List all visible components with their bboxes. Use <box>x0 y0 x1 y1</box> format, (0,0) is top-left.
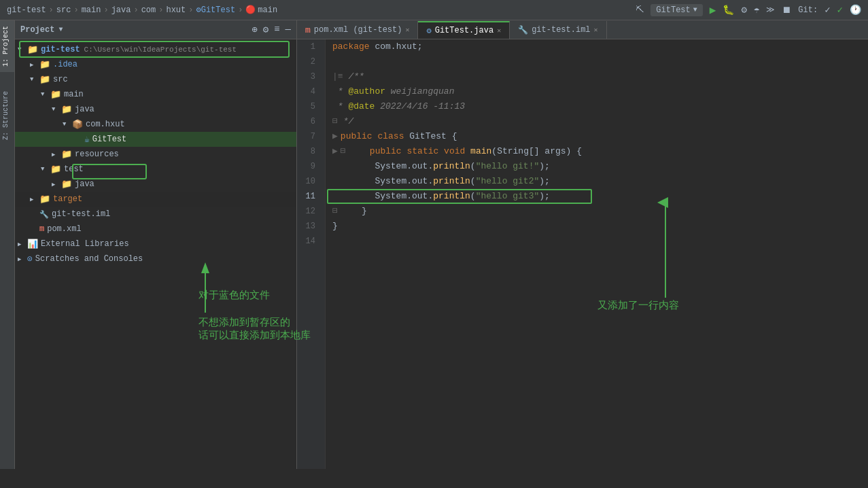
tab-iml-icon: 🔧 <box>518 25 528 35</box>
main-folder-icon: 📁 <box>50 89 61 100</box>
line-12: 12 <box>297 204 319 219</box>
git-check1[interactable]: ✓ <box>824 4 830 16</box>
breadcrumb-com[interactable]: com <box>141 5 156 15</box>
git-check2[interactable]: ✓ <box>837 4 843 16</box>
tree-scratches[interactable]: ▶ ⊙ Scratches and Consoles <box>15 251 296 266</box>
tab-structure[interactable]: Z: Structure <box>0 86 14 145</box>
tab-gittest[interactable]: ⚙ GitTest.java ✕ <box>418 21 510 39</box>
code-line-5: * @date 2022/4/16 -11:13 <box>332 99 868 114</box>
line-4: 4 <box>297 84 319 99</box>
debug-button[interactable]: 🐛 <box>723 4 734 16</box>
java-name: java <box>75 105 94 114</box>
tree-iml[interactable]: 🔧 git-test.iml <box>15 207 296 222</box>
tab-pom-close[interactable]: ✕ <box>405 26 409 34</box>
close-panel-icon[interactable]: — <box>285 24 291 35</box>
idea-name: .idea <box>53 60 77 69</box>
tree-java[interactable]: ▼ 📁 java <box>15 102 296 117</box>
breadcrumb-java[interactable]: java <box>111 5 131 15</box>
file-tree: ▼ 📁 git-test C:\Users\win\IdeaProjects\g… <box>15 39 296 469</box>
tree-root[interactable]: ▼ 📁 git-test C:\Users\win\IdeaProjects\g… <box>15 42 296 57</box>
code-line-7: ▶ public class GitTest { <box>332 129 868 144</box>
code-content[interactable]: package com.hxut; |≡ /** * @author weiji… <box>326 39 868 469</box>
testjava-arrow: ▶ <box>52 181 61 188</box>
editor-area: m pom.xml (git-test) ✕ ⚙ GitTest.java ✕ … <box>297 20 868 469</box>
gear-icon[interactable]: ⚙ <box>263 24 268 35</box>
add-icon[interactable]: ⊕ <box>251 24 257 35</box>
coverage-button[interactable]: ☂ <box>754 4 759 16</box>
tab-iml[interactable]: 🔧 git-test.iml ✕ <box>510 21 606 39</box>
src-arrow: ▼ <box>30 76 39 83</box>
root-path: C:\Users\win\IdeaProjects\git-test <box>84 46 237 54</box>
code-line-10: System.out.println("hello git2"); <box>332 174 868 189</box>
breadcrumb-main-name: main <box>258 5 277 15</box>
code-editor[interactable]: 1 2 3 4 5 6 7 8 9 10 11 12 13 14 package… <box>297 39 868 469</box>
tree-test-java[interactable]: ▶ 📁 java <box>15 177 296 192</box>
more-button[interactable]: ≫ <box>766 5 775 15</box>
resources-arrow: ▶ <box>52 151 61 158</box>
breadcrumb-gittest-name[interactable]: GitTest <box>201 5 235 15</box>
line-7: 7 <box>297 129 319 144</box>
tree-main[interactable]: ▼ 📁 main <box>15 87 296 102</box>
code-line-14 <box>332 234 868 249</box>
sep4: › <box>133 5 138 15</box>
tab-gittest-icon: ⚙ <box>426 26 431 36</box>
sep5: › <box>158 5 163 15</box>
src-name: src <box>53 75 68 84</box>
line-numbers: 1 2 3 4 5 6 7 8 9 10 11 12 13 14 <box>297 39 326 469</box>
code-line-9: System.out.println("hello git!"); <box>332 159 868 174</box>
code-line-1: package com.hxut; <box>332 39 868 54</box>
tab-pom[interactable]: m pom.xml (git-test) ✕ <box>297 21 418 39</box>
target-name: target <box>53 194 82 204</box>
gittest-icon: ☕ <box>84 134 90 145</box>
run-button[interactable]: ▶ <box>710 3 716 17</box>
project-label: Project <box>20 25 54 35</box>
code-line-2 <box>332 54 868 69</box>
tab-iml-close[interactable]: ✕ <box>594 26 598 34</box>
test-folder-icon: 📁 <box>50 164 61 175</box>
tree-pom[interactable]: m pom.xml <box>15 222 296 237</box>
tab-pom-icon: m <box>305 25 311 35</box>
tree-target[interactable]: ▶ 📁 target <box>15 192 296 207</box>
sep7: › <box>238 5 243 15</box>
stop-button[interactable]: ⏹ <box>782 5 791 16</box>
tree-comhxut[interactable]: ▼ 📦 com.hxut <box>15 117 296 132</box>
comhxut-arrow: ▼ <box>63 121 72 128</box>
profile-button[interactable]: ⚙ <box>741 4 746 16</box>
scratches-icon: ⊙ <box>27 254 33 264</box>
idea-folder-icon: 📁 <box>39 59 50 70</box>
settings-icon[interactable]: ≡ <box>274 24 279 35</box>
gittest-name: GitTest <box>92 135 126 144</box>
line-9: 9 <box>297 159 319 174</box>
tab-iml-label: git-test.iml <box>532 25 590 35</box>
sep2: › <box>73 5 78 15</box>
extlibs-icon: 📊 <box>27 239 38 249</box>
breadcrumb-hxut[interactable]: hxut <box>166 5 186 15</box>
tree-gittest[interactable]: ☕ GitTest <box>15 132 296 147</box>
tree-resources[interactable]: ▶ 📁 resources <box>15 147 296 162</box>
dropdown-arrow-icon[interactable]: ▼ <box>58 26 63 33</box>
tab-project[interactable]: 1: Project <box>0 20 14 72</box>
testjava-folder-icon: 📁 <box>61 179 72 190</box>
line-3: 3 <box>297 69 319 84</box>
package-icon: 📦 <box>72 119 83 130</box>
run-config-dropdown[interactable]: GitTest ▼ <box>650 4 702 16</box>
breadcrumb-src[interactable]: src <box>56 5 71 15</box>
resources-folder-icon: 📁 <box>61 149 72 160</box>
git-clock[interactable]: 🕐 <box>850 4 861 16</box>
line-8: 8 <box>297 144 319 159</box>
breadcrumb-gittest[interactable]: git-test <box>7 5 46 15</box>
sep1: › <box>49 5 54 15</box>
tree-test[interactable]: ▼ 📁 test <box>15 162 296 177</box>
code-line-13: } <box>332 219 868 234</box>
line-6: 6 <box>297 114 319 129</box>
code-line-4: * @author weijiangquan <box>332 84 868 99</box>
tab-gittest-close[interactable]: ✕ <box>497 27 501 35</box>
iml-icon: 🔧 <box>39 210 49 219</box>
tree-src[interactable]: ▼ 📁 src <box>15 72 296 87</box>
tree-idea[interactable]: ▶ 📁 .idea <box>15 57 296 72</box>
tree-ext-libs[interactable]: ▶ 📊 External Libraries <box>15 237 296 251</box>
project-panel: Project ▼ ⊕ ⚙ ≡ — ▼ 📁 git-test C:\Users\… <box>15 20 297 469</box>
vcs-icon[interactable]: ⛏ <box>636 5 644 15</box>
breadcrumb-main[interactable]: main <box>82 5 101 15</box>
java-folder-icon: 📁 <box>61 104 72 115</box>
